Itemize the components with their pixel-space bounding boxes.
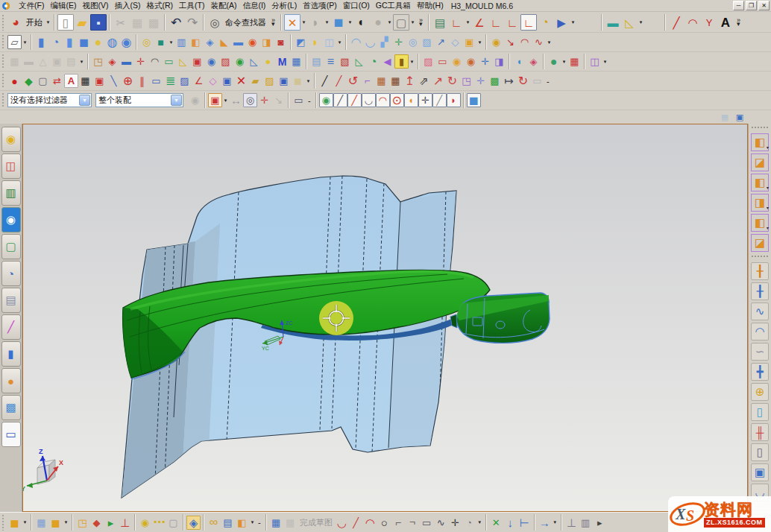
- letter-icon[interactable]: A: [64, 74, 78, 88]
- menu-8[interactable]: 信息(I): [239, 0, 268, 11]
- calculator-icon[interactable]: ▦: [289, 54, 303, 69]
- snap-isect-icon[interactable]: ✛: [418, 93, 432, 107]
- lens-icon[interactable]: ◍: [105, 35, 119, 49]
- start-button-icon[interactable]: ◕: [7, 14, 24, 31]
- pins-icon[interactable]: ╫: [751, 423, 769, 441]
- drag-handle[interactable]: [1, 54, 5, 69]
- moment-icon[interactable]: M: [275, 54, 289, 69]
- dropdown-arrow[interactable]: ▼: [409, 15, 416, 30]
- dropdown-arrow[interactable]: ▼: [476, 515, 483, 530]
- finish-sketch-label[interactable]: 完成草图: [298, 517, 335, 528]
- count-icon[interactable]: ✛: [133, 54, 148, 69]
- menu-12[interactable]: GC工具箱: [373, 0, 414, 11]
- wave-icon[interactable]: ◖: [512, 54, 526, 69]
- process-studio-tab[interactable]: ▤: [1, 288, 21, 313]
- overflow-chevron[interactable]: »▾: [734, 14, 743, 31]
- dropdown-arrow[interactable]: ▼: [552, 515, 558, 530]
- library-tab[interactable]: ▥: [1, 180, 21, 206]
- expand-icon[interactable]: ▸: [593, 516, 607, 530]
- block-icon[interactable]: ◼: [77, 35, 91, 49]
- true-shading-tab[interactable]: ▭: [1, 422, 21, 447]
- menu-13[interactable]: 帮助(H): [414, 0, 447, 11]
- graphics-window[interactable]: ZC YC Z X Y: [22, 124, 748, 512]
- menu-1[interactable]: 文件(F): [16, 0, 47, 11]
- slope-check-icon[interactable]: ◺: [176, 54, 190, 69]
- delete-icon[interactable]: ✕: [234, 74, 248, 88]
- parallel-icon[interactable]: ∥: [135, 74, 149, 88]
- angle-analysis-icon[interactable]: ◺: [247, 54, 261, 69]
- dash-1[interactable]: -: [256, 518, 263, 527]
- paste-icon[interactable]: ▩: [145, 14, 162, 31]
- sweep-icon[interactable]: ◗: [308, 35, 322, 49]
- slide-icon[interactable]: ∿: [751, 303, 769, 320]
- tree-box-icon[interactable]: ▤: [221, 516, 235, 530]
- band-icon[interactable]: ◉: [119, 35, 133, 49]
- menu-7[interactable]: 装配(A): [207, 0, 239, 11]
- quad-icon-1[interactable]: ▦: [374, 74, 388, 88]
- sphere-color-icon[interactable]: ●: [547, 54, 561, 69]
- visualization-tab[interactable]: ╱: [1, 314, 21, 340]
- quad-icon-2[interactable]: ▦: [388, 74, 403, 88]
- dropdown-arrow[interactable]: ▼: [465, 15, 471, 30]
- layers-icon[interactable]: ▧: [338, 54, 352, 69]
- dropdown-arrow[interactable]: ▼: [300, 15, 307, 30]
- crosshair-icon[interactable]: ⊕: [121, 74, 135, 88]
- u-curve-icon[interactable]: ◡: [335, 516, 349, 530]
- standard-part-screw-icon[interactable]: ╂: [751, 282, 769, 300]
- dropdown-arrow[interactable]: ▼: [78, 54, 85, 69]
- mold-wizard-icon-6[interactable]: ◪: [751, 234, 769, 252]
- swap-icon[interactable]: ⇄: [50, 74, 64, 88]
- view-overlay-icon[interactable]: ✕: [284, 14, 300, 31]
- subtract-icon[interactable]: ◧: [189, 35, 203, 49]
- snap-mid-icon[interactable]: ╱: [347, 93, 362, 107]
- shaded-wireframe-icon[interactable]: ◗: [307, 14, 324, 31]
- shaded-view-icon[interactable]: ◼: [330, 14, 347, 31]
- dropdown-arrow[interactable]: ▼: [476, 35, 483, 50]
- mesh-icon[interactable]: ◈: [526, 54, 541, 69]
- lines-icon[interactable]: ≡: [324, 54, 338, 69]
- dot-analysis-icon[interactable]: ◉: [233, 54, 247, 69]
- snap-pt-icon[interactable]: ╱: [432, 93, 447, 107]
- drag-handle[interactable]: [1, 14, 5, 31]
- thickness-icon[interactable]: ▣: [190, 54, 204, 69]
- slash-sq-icon[interactable]: ⇗: [417, 74, 431, 88]
- snowflake-icon[interactable]: ✛: [473, 74, 488, 88]
- ribbon-icon-1[interactable]: ▨: [421, 54, 435, 69]
- arrow-bar-icon[interactable]: ↦: [502, 74, 516, 88]
- start-label[interactable]: 开始: [24, 17, 45, 28]
- constraint-perp-icon[interactable]: ⊥: [118, 516, 132, 530]
- radius-check-icon[interactable]: ◠: [148, 54, 162, 69]
- arc-sk-icon[interactable]: ◠: [363, 516, 377, 530]
- ribbon-icon-2[interactable]: ▭: [435, 54, 450, 69]
- menu-11[interactable]: 窗口(O): [340, 0, 373, 11]
- dropdown-arrow[interactable]: ▼: [602, 54, 608, 69]
- assembly-icon-1[interactable]: ▦: [7, 54, 22, 69]
- assembly-navigator-tab[interactable]: ◉: [1, 127, 21, 152]
- selection-scope-combo[interactable]: 整个装配▼: [95, 93, 183, 107]
- cube-outline-icon[interactable]: ▢: [36, 74, 50, 88]
- boolean-icon[interactable]: ■: [154, 35, 168, 49]
- cube-orange-icon[interactable]: ◧: [235, 516, 249, 530]
- selection-scope-combo-button[interactable]: ▼: [171, 95, 182, 106]
- gold-dot-icon[interactable]: ●: [261, 54, 275, 69]
- hole-icon[interactable]: ◎: [139, 35, 154, 49]
- rotate-sq-icon[interactable]: ↻: [445, 74, 459, 88]
- dropdown-arrow[interactable]: ▼: [168, 35, 174, 50]
- mdi-window-icon[interactable]: ▦: [719, 112, 731, 122]
- dropdown-arrow[interactable]: ▼: [561, 54, 567, 69]
- rect-sk-icon[interactable]: ▭: [420, 516, 434, 530]
- circle-sk-icon[interactable]: ○: [377, 516, 391, 530]
- menu-3[interactable]: 视图(V): [79, 0, 111, 11]
- square-line-icon[interactable]: ▭: [149, 74, 163, 88]
- rotate-icon[interactable]: ↺: [346, 74, 360, 88]
- measure-angle-icon[interactable]: ◺: [621, 14, 638, 31]
- dropdown-arrow[interactable]: ▼: [409, 54, 415, 69]
- gate-icon[interactable]: ▣: [751, 463, 769, 481]
- diamond-badge-icon[interactable]: ◈: [186, 516, 201, 530]
- save-icon[interactable]: ▪: [90, 14, 107, 31]
- dropdown-arrow[interactable]: ▼: [324, 15, 330, 30]
- arrow-gray-icon[interactable]: ↘: [271, 93, 286, 107]
- lifter-icon[interactable]: ◠: [751, 323, 769, 341]
- system-materials-tab[interactable]: ◔: [1, 261, 21, 286]
- datum-axis-icon[interactable]: Y: [701, 14, 717, 31]
